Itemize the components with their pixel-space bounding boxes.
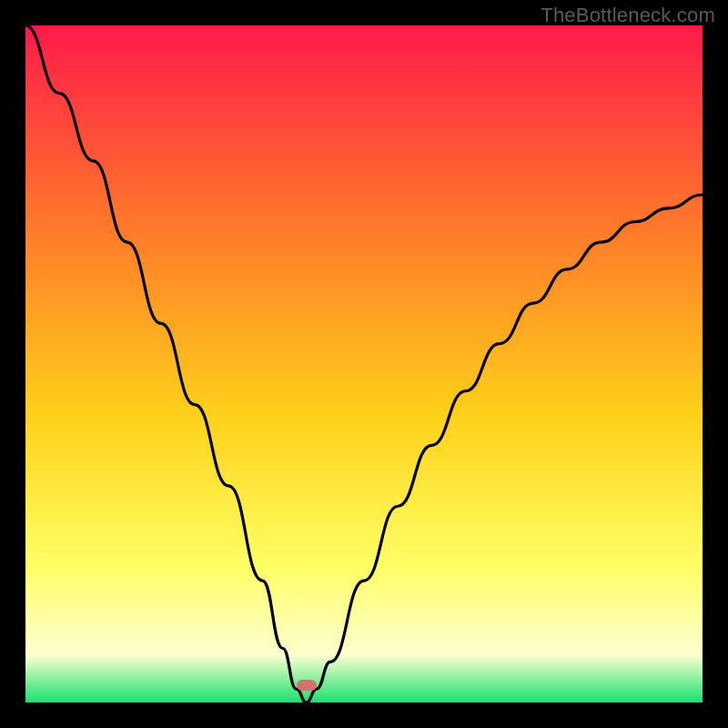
chart-frame: TheBottleneck.com — [0, 0, 728, 728]
watermark-text: TheBottleneck.com — [541, 4, 715, 27]
bottleneck-chart-svg — [25, 25, 703, 703]
plot-area — [25, 25, 703, 703]
gradient-background — [25, 25, 703, 703]
optimal-marker — [297, 680, 317, 691]
